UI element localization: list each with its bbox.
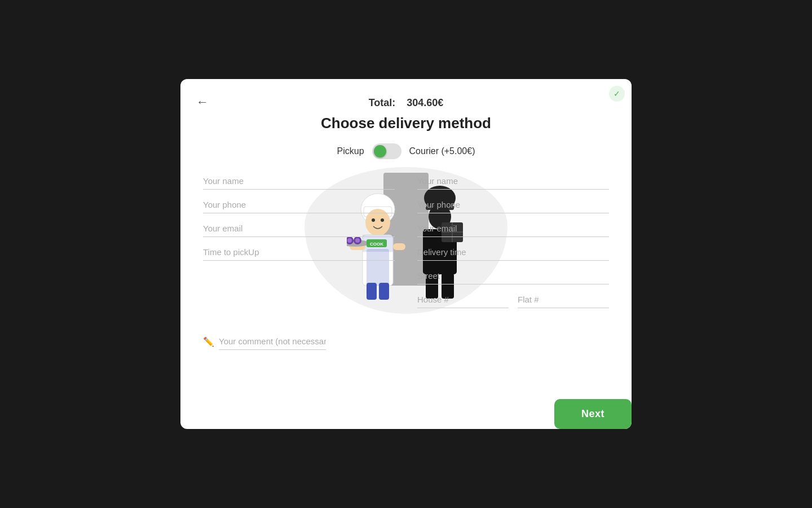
- courier-name-input[interactable]: [417, 173, 609, 190]
- delivery-toggle-row: Pickup Courier (+5.00€): [203, 143, 609, 159]
- courier-street-input[interactable]: [417, 268, 609, 284]
- back-icon: ←: [196, 95, 209, 109]
- comment-section: ✏️: [203, 333, 326, 350]
- courier-delivery-time-input[interactable]: [417, 244, 609, 261]
- close-icon: ✓: [614, 89, 620, 98]
- courier-flat-input[interactable]: [518, 291, 609, 308]
- house-flat-row: [417, 291, 609, 308]
- pickup-phone-input[interactable]: [203, 196, 395, 213]
- pickup-form: [203, 173, 406, 308]
- comment-icon: ✏️: [203, 336, 214, 347]
- courier-phone-input[interactable]: [417, 196, 609, 213]
- toggle-thumb: [374, 145, 386, 157]
- pickup-email-input[interactable]: [203, 220, 395, 237]
- total-line: Total: 304.60€: [203, 97, 609, 109]
- next-button[interactable]: Next: [554, 399, 632, 429]
- pickup-time-input[interactable]: [203, 244, 395, 261]
- courier-label: Courier (+5.00€): [409, 146, 475, 156]
- courier-form: [406, 173, 609, 308]
- toggle-track: [372, 143, 401, 159]
- comment-input[interactable]: [219, 333, 326, 350]
- close-button[interactable]: ✓: [609, 86, 625, 102]
- delivery-toggle[interactable]: [372, 143, 401, 159]
- courier-email-input[interactable]: [417, 220, 609, 237]
- content-area: COOK: [203, 173, 609, 308]
- delivery-modal: ✓ ← Total: 304.60€ Choose delivery metho…: [180, 79, 632, 429]
- bottom-row: ✏️ Next: [203, 319, 609, 350]
- pickup-label: Pickup: [337, 146, 364, 156]
- courier-house-input[interactable]: [417, 291, 509, 308]
- total-label: Total:: [369, 97, 396, 108]
- total-value: 304.60€: [407, 97, 443, 108]
- back-button[interactable]: ←: [196, 95, 209, 110]
- page-title: Choose delivery method: [203, 115, 609, 132]
- pickup-name-input[interactable]: [203, 173, 395, 190]
